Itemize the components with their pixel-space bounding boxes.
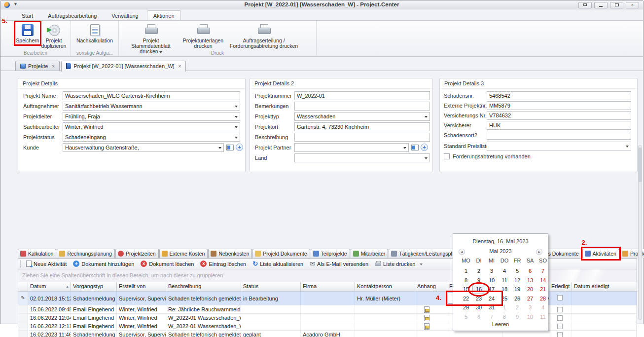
- calendar-day[interactable]: 2: [511, 303, 524, 312]
- erledigt-checkbox[interactable]: [557, 315, 563, 321]
- forderungsabtretung-checkbox[interactable]: [444, 153, 450, 159]
- schadensnr-input[interactable]: 5468542: [487, 91, 631, 100]
- calendar-day[interactable]: 28: [537, 294, 549, 303]
- land-input[interactable]: [294, 153, 430, 162]
- auftragserteilung-drucken-button[interactable]: Auftragserteilung / Forderungsabtretung …: [226, 22, 301, 50]
- beschreibung-input[interactable]: [294, 133, 430, 142]
- calendar-day[interactable]: 11: [498, 276, 511, 285]
- erledigt-checkbox[interactable]: [557, 324, 563, 329]
- dokument-hinzufuegen-button[interactable]: +Dokument hinzufügen: [73, 261, 134, 267]
- tab-nebenkosten[interactable]: Nebenkosten: [208, 249, 252, 258]
- calendar-day[interactable]: 23: [472, 294, 485, 303]
- attachment-icon[interactable]: [424, 315, 429, 321]
- chevron-down-icon[interactable]: [235, 116, 238, 118]
- auftragnehmer-input[interactable]: Sanitärfachbetrieb Wassermann: [63, 102, 240, 111]
- close-tab-icon[interactable]: ×: [179, 64, 181, 69]
- projekt-duplizieren-button[interactable]: Projekt duplizieren: [40, 22, 68, 50]
- fullscreen-button[interactable]: [578, 2, 592, 8]
- column-header-erstellt-von[interactable]: Erstellt von: [117, 282, 166, 291]
- calendar-day[interactable]: 5: [460, 312, 472, 322]
- doctab-projekte[interactable]: Projekte ×: [15, 61, 60, 71]
- calendar-day[interactable]: 9: [511, 312, 524, 322]
- ribbon-tab-verwaltung[interactable]: Verwaltung: [105, 10, 144, 20]
- close-tab-icon[interactable]: ×: [52, 64, 55, 69]
- calendar-day[interactable]: 3: [524, 303, 537, 312]
- next-month-icon[interactable]: ►: [536, 249, 542, 255]
- table-row[interactable]: 16.02.2023 11:46SchadenmeldungSupervisor…: [18, 331, 637, 337]
- restore-button[interactable]: [610, 2, 623, 8]
- close-button[interactable]: ×: [626, 2, 639, 8]
- toolbar-grip[interactable]: [20, 261, 22, 267]
- calendar-day[interactable]: 22: [460, 294, 472, 303]
- calendar-today-cell[interactable]: 16: [472, 285, 485, 294]
- tab-externe-kosten[interactable]: Externe Kosten: [159, 249, 208, 258]
- calendar-day[interactable]: 9: [472, 276, 485, 285]
- chevron-down-icon[interactable]: [235, 106, 238, 108]
- calendar-day[interactable]: 14: [537, 276, 549, 285]
- calendar-day[interactable]: 26: [511, 294, 524, 303]
- calendar-day[interactable]: 15: [460, 285, 472, 294]
- chevron-down-icon[interactable]: [425, 157, 428, 159]
- projektunterlagen-drucken-button[interactable]: Projektunterlagen drucken: [180, 22, 226, 50]
- calendar-day[interactable]: 18: [498, 285, 511, 294]
- calendar-month-label[interactable]: Mai 2023: [489, 248, 511, 254]
- tab-projektzeiten[interactable]: Projektzeiten: [115, 249, 159, 258]
- versicherungs-nr-input[interactable]: V784632: [487, 111, 631, 120]
- calendar-day[interactable]: 4: [498, 266, 511, 276]
- schadensort2-input[interactable]: [487, 131, 631, 140]
- chevron-down-icon[interactable]: [218, 147, 221, 149]
- standard-preisliste-input[interactable]: [487, 142, 631, 150]
- tab-kalkulation[interactable]: Kalkulation: [18, 249, 56, 258]
- projekttyp-input[interactable]: Wasserschaden: [294, 112, 430, 121]
- scrollbar-thumb[interactable]: [639, 148, 642, 182]
- dokument-loeschen-button[interactable]: ×Dokument löschen: [141, 261, 194, 267]
- calendar-day[interactable]: 17: [485, 285, 498, 294]
- versicherer-input[interactable]: HUK: [487, 121, 631, 130]
- calendar-day[interactable]: 7: [537, 266, 549, 276]
- calendar-day[interactable]: 10: [485, 276, 498, 285]
- prev-month-icon[interactable]: ◄: [459, 249, 465, 255]
- chevron-down-icon[interactable]: [403, 147, 406, 149]
- tab-projekt-dokumente[interactable]: Projekt Dokumente: [252, 249, 310, 258]
- calendar-day[interactable]: 4: [537, 303, 549, 312]
- tab-teilprojekte[interactable]: Teilprojekte: [311, 249, 350, 258]
- erledigt-checkbox[interactable]: [557, 307, 563, 312]
- calendar-day[interactable]: 12: [511, 276, 524, 285]
- projektort-input[interactable]: Gartenstr. 4, 73230 Kirchheim: [294, 122, 430, 131]
- liste-drucken-button[interactable]: Liste drucken: [375, 261, 415, 267]
- column-header-anhang[interactable]: Anhang: [415, 282, 447, 291]
- calendar-day[interactable]: 13: [524, 276, 537, 285]
- calendar-day[interactable]: 8: [498, 312, 511, 322]
- bemerkungen-input[interactable]: [294, 102, 430, 111]
- ribbon-tab-auftragsbearbeitung[interactable]: Auftragsbearbeitung: [41, 10, 103, 20]
- chevron-down-icon[interactable]: [235, 137, 238, 139]
- doctab-projekt-w-2022-01[interactable]: Projekt [W_2022-01] [Wasserschaden_W] ×: [61, 61, 186, 72]
- contact-card-icon[interactable]: [411, 145, 419, 150]
- calendar-day[interactable]: 29: [460, 303, 472, 312]
- calendar-day[interactable]: 24: [485, 294, 498, 303]
- calendar-day[interactable]: 2: [472, 266, 485, 276]
- toolbar-dropdown-icon[interactable]: [418, 260, 425, 268]
- calendar-day[interactable]: 1: [460, 266, 472, 276]
- add-circle-icon[interactable]: +: [421, 144, 428, 151]
- calendar-day[interactable]: 31: [485, 303, 498, 312]
- tab-aktivitaeten[interactable]: Aktivitäten: [582, 249, 619, 259]
- attachment-icon[interactable]: [424, 306, 429, 313]
- column-header-firma[interactable]: Firma: [301, 282, 355, 291]
- projektleiter-input[interactable]: Frühling, Fraja: [63, 112, 240, 121]
- chevron-down-icon[interactable]: [425, 116, 428, 118]
- projektstatus-input[interactable]: Schadeneingang: [63, 133, 240, 142]
- minimize-button[interactable]: [594, 2, 608, 8]
- kunde-input[interactable]: Hausverwaltung Gartenstraße,: [63, 143, 224, 152]
- calendar-day[interactable]: 7: [485, 312, 498, 322]
- contact-card-icon[interactable]: [226, 145, 234, 150]
- speichern-button[interactable]: Speichern: [15, 22, 40, 44]
- calendar-day[interactable]: 27: [524, 294, 537, 303]
- neue-aktivitaet-button[interactable]: Neue Aktivität: [26, 261, 67, 267]
- attachment-icon[interactable]: [424, 323, 429, 330]
- calendar-day[interactable]: 8: [460, 276, 472, 285]
- column-header-beschreibung[interactable]: Beschreibung: [166, 282, 241, 291]
- calendar-day[interactable]: 1: [498, 303, 511, 312]
- ribbon-tab-start[interactable]: Start: [15, 10, 39, 20]
- calendar-clear-button[interactable]: Leeren: [453, 321, 548, 327]
